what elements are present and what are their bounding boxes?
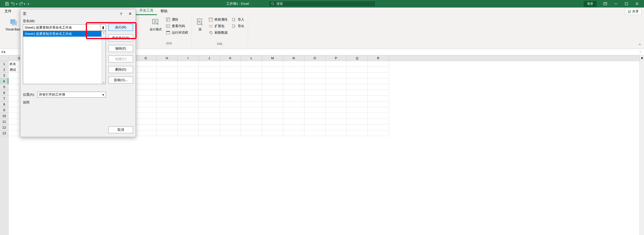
column-header[interactable]: P	[326, 55, 347, 61]
design-mode-button[interactable]: 设计模式	[148, 17, 163, 47]
edit-button[interactable]: 编辑(E)	[108, 45, 133, 52]
cell[interactable]	[241, 84, 262, 90]
redo-icon[interactable]	[18, 1, 23, 6]
cell[interactable]	[156, 78, 178, 84]
cell[interactable]	[262, 101, 283, 107]
macro-list[interactable]: Sheet1.批量复制并重命名工作表 ▴ ▾	[23, 31, 106, 84]
cell[interactable]	[199, 90, 220, 96]
row-header[interactable]: 2	[0, 67, 8, 73]
row-header[interactable]: 10	[0, 113, 8, 119]
cell[interactable]	[304, 130, 326, 136]
cell[interactable]	[220, 130, 241, 136]
cell[interactable]	[304, 96, 326, 101]
cell[interactable]	[178, 73, 199, 78]
macro-list-scrollbar[interactable]: ▴ ▾	[101, 31, 106, 84]
map-properties-button[interactable]: 映射属性	[207, 17, 229, 23]
cell[interactable]	[283, 107, 304, 113]
row-header[interactable]: 11	[0, 119, 8, 125]
cell[interactable]	[156, 107, 178, 113]
cell[interactable]	[220, 125, 241, 130]
cell[interactable]	[178, 119, 199, 125]
cell[interactable]	[199, 101, 220, 107]
cell[interactable]	[220, 90, 241, 96]
macro-list-item[interactable]: Sheet1.批量复制并重命名工作表	[23, 31, 106, 37]
column-header[interactable]: J	[199, 55, 220, 61]
cell[interactable]	[135, 130, 156, 136]
cell[interactable]	[347, 119, 368, 125]
cell[interactable]	[199, 96, 220, 101]
cell[interactable]	[178, 84, 199, 90]
cell[interactable]	[156, 84, 178, 90]
vertical-scrollbar[interactable]: ▴	[639, 55, 644, 235]
cell[interactable]	[241, 73, 262, 78]
tab-file[interactable]: 文件	[1, 8, 15, 15]
dialog-title-bar[interactable]: 宏 ? ✕	[20, 9, 136, 18]
ribbon-display-icon[interactable]	[600, 0, 610, 7]
cell[interactable]	[347, 125, 368, 130]
cell[interactable]	[156, 96, 178, 101]
cell[interactable]	[135, 61, 156, 67]
cell[interactable]	[241, 125, 262, 130]
row-header[interactable]: 3	[0, 73, 8, 78]
cell[interactable]	[178, 130, 199, 136]
cell[interactable]	[199, 119, 220, 125]
expand-formula-bar[interactable]	[637, 50, 644, 54]
cell[interactable]	[283, 130, 304, 136]
cell[interactable]	[283, 61, 304, 67]
cell[interactable]	[368, 101, 389, 107]
cell[interactable]	[283, 73, 304, 78]
run-button[interactable]: 执行(R)	[108, 24, 133, 31]
cell[interactable]	[283, 101, 304, 107]
cell[interactable]	[135, 107, 156, 113]
cell[interactable]	[304, 61, 326, 67]
expansion-button[interactable]: 扩展包	[207, 23, 229, 29]
cell[interactable]	[347, 130, 368, 136]
cell[interactable]	[347, 96, 368, 101]
name-box[interactable]: F4	[0, 49, 19, 55]
cell[interactable]	[326, 113, 347, 119]
cell[interactable]	[347, 73, 368, 78]
cell[interactable]	[178, 113, 199, 119]
collapse-ribbon-icon[interactable]	[638, 43, 641, 47]
cell[interactable]	[199, 67, 220, 73]
step-button[interactable]: 单步执行(S)	[108, 34, 133, 41]
cell[interactable]	[347, 78, 368, 84]
row-header[interactable]: 9	[0, 107, 8, 113]
cell[interactable]	[283, 67, 304, 73]
cell[interactable]	[347, 61, 368, 67]
dialog-help-button[interactable]: ?	[118, 11, 124, 17]
cell[interactable]	[326, 90, 347, 96]
cell[interactable]	[368, 130, 389, 136]
select-all-corner[interactable]	[0, 55, 9, 61]
cell[interactable]	[326, 107, 347, 113]
export-button[interactable]: 导出	[230, 23, 246, 29]
delete-button[interactable]: 删除(D)	[108, 66, 133, 73]
cell[interactable]	[135, 84, 156, 90]
cell[interactable]	[368, 90, 389, 96]
cell[interactable]	[135, 78, 156, 84]
cell[interactable]	[220, 78, 241, 84]
cell[interactable]	[347, 84, 368, 90]
cell[interactable]	[178, 125, 199, 130]
cell[interactable]	[199, 113, 220, 119]
cell[interactable]	[368, 107, 389, 113]
column-header[interactable]: R	[368, 55, 389, 61]
tab-developer[interactable]: 开发工具	[136, 7, 157, 15]
cell[interactable]	[262, 119, 283, 125]
cell[interactable]	[326, 84, 347, 90]
cell[interactable]	[178, 96, 199, 101]
column-header[interactable]: N	[283, 55, 304, 61]
cell[interactable]	[199, 84, 220, 90]
row-header[interactable]: 1	[0, 61, 8, 67]
maximize-icon[interactable]	[621, 0, 631, 7]
cell[interactable]	[262, 73, 283, 78]
cell[interactable]	[326, 67, 347, 73]
cell[interactable]	[368, 78, 389, 84]
cell[interactable]	[368, 113, 389, 119]
cell[interactable]	[220, 119, 241, 125]
cell[interactable]	[368, 61, 389, 67]
row-header[interactable]: 8	[0, 101, 8, 107]
cell[interactable]	[220, 107, 241, 113]
run-dialog-button[interactable]: 运行对话框	[164, 30, 190, 36]
cell[interactable]	[241, 130, 262, 136]
